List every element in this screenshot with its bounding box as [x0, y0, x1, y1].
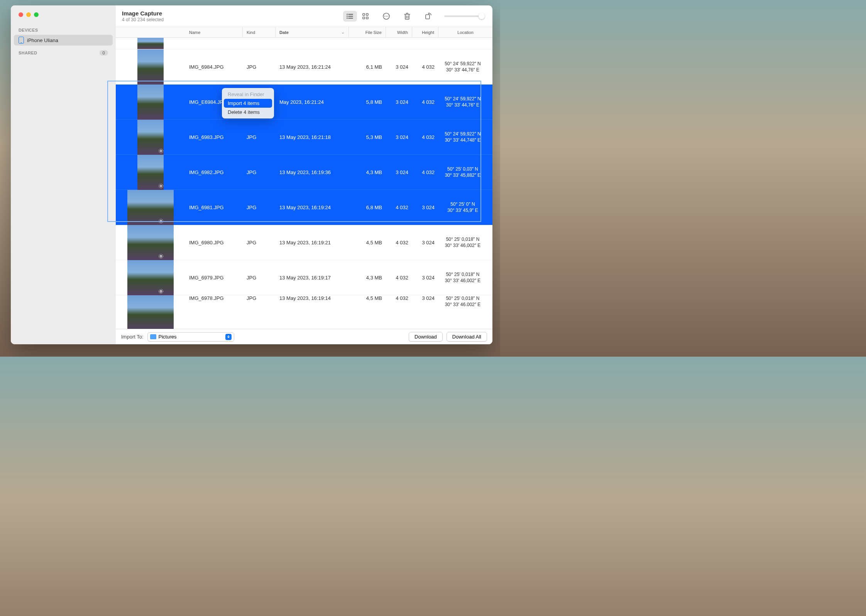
more-button[interactable] [379, 11, 393, 22]
list-view-button[interactable] [343, 11, 357, 22]
svg-rect-6 [363, 14, 365, 15]
cell-height: 3 024 [412, 240, 438, 245]
selection-status: 4 of 30 234 selected [122, 17, 164, 22]
column-kind[interactable]: Kind [243, 27, 276, 37]
svg-point-4 [347, 16, 347, 16]
svg-point-22 [159, 219, 163, 223]
cell-size: 4,3 MB [349, 169, 386, 175]
cell-date: 13 May 2023, 16:19:17 [276, 275, 349, 281]
thumbnail [116, 190, 185, 225]
cell-width: 4 032 [386, 275, 412, 281]
svg-point-11 [384, 16, 385, 17]
folder-icon [150, 334, 156, 339]
window-controls [11, 5, 116, 24]
table-row[interactable]: IMG_6984.JPGJPG13 May 2023, 16:21:246,1 … [116, 49, 492, 85]
thumbnail [116, 295, 185, 329]
context-menu: Reveal in Finder Import 4 items Delete 4… [222, 88, 274, 118]
column-location[interactable]: Location [438, 27, 492, 37]
table-row[interactable] [116, 38, 492, 49]
cell-name: IMG_6982.JPG [185, 169, 243, 175]
svg-point-24 [159, 254, 163, 258]
trash-icon [404, 12, 411, 20]
download-button[interactable]: Download [409, 332, 443, 342]
cell-location: 50° 25′ 0,018″ N30° 33′ 46,002″ E [438, 236, 492, 249]
cell-height: 4 032 [412, 134, 438, 140]
cell-date: 13 May 2023, 16:19:36 [276, 169, 349, 175]
svg-point-13 [387, 16, 388, 17]
destination-label: Pictures [159, 334, 177, 340]
cell-location: 50° 24′ 59,922″ N30° 33′ 44,748″ E [438, 131, 492, 143]
cell-location: 50° 25′ 0,018″ N30° 33′ 46.002″ E [438, 295, 492, 308]
table-row[interactable]: IMG_6980.JPGJPG13 May 2023, 16:19:214,5 … [116, 225, 492, 260]
live-photo-icon [158, 289, 164, 294]
cell-date: 13 May 2023, 16:19:24 [276, 205, 349, 210]
slider-knob[interactable] [479, 13, 485, 19]
cell-height: 3 024 [412, 205, 438, 210]
shared-count-badge: 0 [100, 50, 108, 56]
table-row[interactable]: IMG_6982.JPGJPG13 May 2023, 16:19:364,3 … [116, 155, 492, 190]
fullscreen-window-button[interactable] [34, 12, 39, 17]
menu-delete-items[interactable]: Delete 4 items [224, 108, 272, 117]
thumbnail [116, 155, 185, 190]
cell-width: 3 024 [386, 64, 412, 70]
live-photo-icon [158, 218, 164, 224]
column-size[interactable]: File Size [349, 27, 386, 37]
cell-kind: JPG [243, 275, 276, 281]
cell-width: 4 032 [386, 205, 412, 210]
cell-size: 4,5 MB [349, 295, 386, 301]
grid-icon [362, 13, 369, 19]
cell-height: 4 032 [412, 99, 438, 105]
svg-point-26 [159, 289, 163, 293]
cell-kind: JPG [243, 295, 276, 301]
cell-height: 4 032 [412, 64, 438, 70]
grid-view-button[interactable] [359, 11, 372, 22]
file-list[interactable]: IMG_6984.JPGJPG13 May 2023, 16:21:246,1 … [116, 38, 492, 329]
menu-import-items[interactable]: Import 4 items [224, 99, 272, 108]
cell-date: May 2023, 16:21:24 [276, 99, 349, 105]
list-icon [347, 14, 354, 19]
table-row[interactable]: IMG_6979.JPGJPG13 May 2023, 16:19:174,3 … [116, 260, 492, 295]
window-title: Image Capture [122, 10, 164, 17]
rotate-button[interactable] [421, 11, 435, 22]
table-row[interactable]: IMG_E6984.JPMay 2023, 16:21:245,8 MB3 02… [116, 85, 492, 120]
live-photo-icon [158, 183, 164, 189]
thumbnail [116, 260, 185, 295]
table-row[interactable]: IMG_6981.JPGJPG13 May 2023, 16:19:246,8 … [116, 190, 492, 225]
cell-height: 3 024 [412, 295, 438, 301]
svg-rect-7 [366, 14, 368, 15]
cell-name: IMG_6984.JPG [185, 64, 243, 70]
sort-descending-icon: ⌄ [341, 30, 345, 35]
table-row[interactable]: IMG_6978.JPGJPG13 May 2023, 16:19:144,5 … [116, 295, 492, 315]
thumbnail [116, 120, 185, 155]
svg-point-25 [160, 290, 162, 292]
column-height[interactable]: Height [412, 27, 438, 37]
delete-button[interactable] [400, 11, 414, 22]
svg-point-3 [347, 14, 347, 14]
svg-rect-9 [366, 17, 368, 19]
column-name[interactable]: Name [185, 27, 243, 37]
sidebar: DEVICES iPhone Uliana SHARED 0 [11, 5, 116, 344]
cell-location: 50° 24′ 59,922″ N30° 33′ 44,76″ E [438, 61, 492, 73]
cell-size: 4,3 MB [349, 275, 386, 281]
column-date[interactable]: Date⌄ [276, 27, 349, 37]
cell-width: 4 032 [386, 240, 412, 245]
live-photo-icon [158, 254, 164, 259]
svg-point-19 [160, 185, 162, 186]
table-row[interactable]: IMG_6983.JPGJPG13 May 2023, 16:21:185,3 … [116, 120, 492, 155]
cell-width: 3 024 [386, 169, 412, 175]
thumbnail-size-slider[interactable] [444, 15, 485, 17]
sidebar-section-shared: SHARED 0 [11, 46, 116, 57]
column-width[interactable]: Width [386, 27, 412, 37]
svg-point-17 [160, 150, 162, 151]
import-destination-dropdown[interactable]: Pictures [147, 332, 234, 342]
cell-size: 6,8 MB [349, 205, 386, 210]
minimize-window-button[interactable] [26, 12, 31, 17]
app-window: DEVICES iPhone Uliana SHARED 0 Image Cap… [11, 5, 492, 344]
download-all-button[interactable]: Download All [447, 332, 487, 342]
close-window-button[interactable] [19, 12, 23, 17]
footer-bar: Import To: Pictures Download Download Al… [116, 329, 492, 344]
sidebar-device-iphone[interactable]: iPhone Uliana [14, 35, 113, 46]
cell-size: 5,8 MB [349, 99, 386, 105]
cell-size: 5,3 MB [349, 134, 386, 140]
cell-location: 50° 25′ 0,03″ N30° 33′ 45,882″ E [438, 166, 492, 178]
